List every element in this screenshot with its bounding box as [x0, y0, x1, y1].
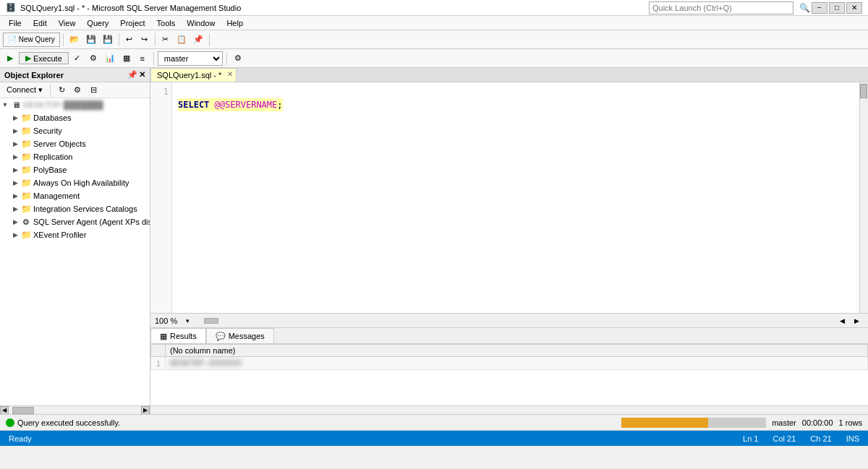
- editor-vertical-scrollbar[interactable]: [859, 82, 868, 313]
- minimize-button[interactable]: −: [812, 2, 827, 14]
- tree-item-integration[interactable]: ▶ 📁 Integration Services Catalogs: [0, 202, 150, 215]
- copy-button[interactable]: 📋: [174, 33, 190, 47]
- menu-help[interactable]: Help: [221, 17, 249, 29]
- menu-project[interactable]: Project: [114, 17, 150, 29]
- tree-item-xevent[interactable]: ▶ 📁 XEvent Profiler: [0, 228, 150, 241]
- editor-zoom-bar: 100 % ▾ ◀ ▶: [150, 313, 868, 327]
- tab-close-button[interactable]: ✕: [227, 70, 233, 78]
- result-cell-0-0: DESKTOP-XXXXXXX: [166, 357, 868, 370]
- window-title: SQLQuery1.sql - * - Microsoft SQL Server…: [20, 4, 241, 12]
- tree-item-management[interactable]: ▶ 📁 Management: [0, 189, 150, 202]
- messages-tab[interactable]: 💬 Messages: [206, 328, 274, 343]
- paste-button[interactable]: 📌: [190, 33, 206, 47]
- status-db: master: [772, 418, 796, 427]
- scroll-right-arrow[interactable]: ▶: [141, 406, 150, 415]
- expand-always-on[interactable]: ▶: [10, 179, 20, 186]
- results-table: (No column name) 1 DESKTOP-XXXXXXX: [150, 344, 868, 370]
- results-tab-icon: ▦: [160, 332, 167, 341]
- results-tab-label: Results: [170, 332, 197, 340]
- display-results-button[interactable]: 📊: [102, 51, 118, 66]
- scroll-left-btn[interactable]: ◀: [835, 314, 849, 328]
- tree-item-server-objects[interactable]: ▶ 📁 Server Objects: [0, 137, 150, 150]
- quick-launch-input[interactable]: [649, 1, 793, 14]
- connect-button[interactable]: ▶: [3, 51, 17, 66]
- editor-scroll-thumb[interactable]: [860, 84, 867, 98]
- replication-folder-icon: 📁: [20, 151, 32, 163]
- undo-button[interactable]: ↩: [122, 33, 137, 47]
- oe-collapse-button[interactable]: ⊟: [86, 83, 101, 98]
- query-status-bar: Query executed successfully. master 00:0…: [0, 414, 868, 430]
- oe-scroll-thumb[interactable]: [12, 407, 34, 414]
- parse-button[interactable]: ⚙: [86, 51, 101, 66]
- results-to-text[interactable]: ≡: [135, 51, 150, 66]
- menu-query[interactable]: Query: [81, 17, 114, 29]
- title-bar-controls: 🔍 − □ ✕: [649, 1, 862, 14]
- oe-filter-button[interactable]: ⚙: [70, 83, 85, 98]
- expand-polybase[interactable]: ▶: [10, 166, 20, 173]
- expand-databases[interactable]: ▶: [10, 114, 20, 121]
- xevent-label: XEvent Profiler: [33, 231, 86, 239]
- oe-scroll-track[interactable]: [9, 406, 141, 415]
- expand-sql-agent[interactable]: ▶: [10, 218, 20, 225]
- menu-edit[interactable]: Edit: [27, 17, 53, 29]
- save-all-button[interactable]: 💾: [100, 33, 116, 47]
- close-button[interactable]: ✕: [846, 2, 862, 14]
- tree-item-replication[interactable]: ▶ 📁 Replication: [0, 150, 150, 163]
- expand-management[interactable]: ▶: [10, 192, 20, 199]
- results-content: (No column name) 1 DESKTOP-XXXXXXX: [150, 344, 868, 405]
- cut-button[interactable]: ✂: [158, 33, 173, 47]
- open-button[interactable]: 📂: [67, 33, 82, 47]
- sql-editor[interactable]: SELECT @@SERVERNAME;: [172, 82, 859, 313]
- ins-indicator: INS: [846, 434, 859, 443]
- col-header-0: (No column name): [166, 345, 868, 357]
- redo-button[interactable]: ↪: [137, 33, 152, 47]
- restore-button[interactable]: □: [829, 2, 845, 14]
- editor-tab-bar: SQLQuery1.sql - * ✕: [150, 68, 868, 82]
- zoom-level: 100 %: [155, 317, 177, 325]
- expand-xevent[interactable]: ▶: [10, 231, 20, 238]
- results-to-grid[interactable]: ▦: [119, 51, 134, 66]
- oe-close-icon[interactable]: ✕: [139, 70, 145, 79]
- oe-refresh-button[interactable]: ↻: [54, 83, 69, 98]
- oe-pin-icon[interactable]: 📌: [127, 70, 137, 79]
- expand-replication[interactable]: ▶: [10, 153, 20, 160]
- stop-button[interactable]: ✓: [70, 51, 85, 66]
- table-row: 1 DESKTOP-XXXXXXX: [151, 357, 868, 370]
- tree-item-polybase[interactable]: ▶ 📁 PolyBase: [0, 163, 150, 176]
- integration-label: Integration Services Catalogs: [33, 205, 137, 213]
- editor-scroll-arrows: ◀ ▶: [835, 314, 864, 328]
- scroll-right-btn[interactable]: ▶: [849, 314, 864, 328]
- tree-item-sql-agent[interactable]: ▶ ⚙ SQL Server Agent (Agent XPs disabled…: [0, 215, 150, 228]
- expand-server-objects[interactable]: ▶: [10, 140, 20, 147]
- editor-horizontal-scroll-thumb[interactable]: [204, 318, 218, 324]
- execute-button[interactable]: ▶ Execute: [19, 52, 69, 64]
- progress-area: [621, 418, 766, 428]
- tree-item-server[interactable]: ▼ 🖥 DESKTOP-███████: [0, 98, 150, 111]
- results-options[interactable]: ⚙: [231, 51, 245, 66]
- scroll-left-arrow[interactable]: ◀: [0, 406, 9, 415]
- expand-server[interactable]: ▼: [0, 101, 10, 108]
- editor-horizontal-scroll-track[interactable]: [200, 317, 829, 324]
- menu-window[interactable]: Window: [181, 17, 221, 29]
- tree-item-databases[interactable]: ▶ 📁 Databases: [0, 111, 150, 124]
- title-bar-left: 🗄️ SQLQuery1.sql - * - Microsoft SQL Ser…: [6, 3, 241, 12]
- save-button[interactable]: 💾: [83, 33, 99, 47]
- oe-connect-button[interactable]: Connect ▾: [3, 83, 46, 98]
- polybase-folder-icon: 📁: [20, 164, 32, 176]
- ch-indicator: Ch 21: [810, 434, 831, 443]
- results-tab[interactable]: ▦ Results: [150, 328, 206, 343]
- expand-integration[interactable]: ▶: [10, 205, 20, 212]
- sql-query-tab[interactable]: SQLQuery1.sql - * ✕: [150, 68, 237, 82]
- expand-security[interactable]: ▶: [10, 127, 20, 134]
- tree-item-always-on[interactable]: ▶ 📁 Always On High Availability: [0, 176, 150, 189]
- tree-item-security[interactable]: ▶ 📁 Security: [0, 124, 150, 137]
- zoom-dropdown-button[interactable]: ▾: [180, 314, 195, 328]
- new-query-button[interactable]: 📄 New Query: [3, 33, 60, 47]
- messages-tab-icon: 💬: [216, 332, 226, 341]
- menu-tools[interactable]: Tools: [151, 17, 182, 29]
- success-indicator: Query executed successfully.: [6, 418, 120, 427]
- always-on-label: Always On High Availability: [33, 178, 129, 187]
- menu-view[interactable]: View: [53, 17, 82, 29]
- database-dropdown[interactable]: master tempdb model msdb: [158, 51, 223, 66]
- menu-file[interactable]: File: [3, 17, 27, 29]
